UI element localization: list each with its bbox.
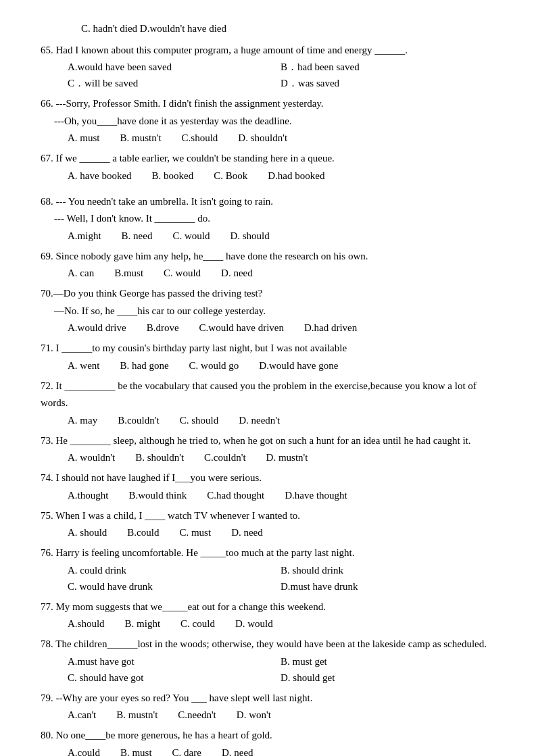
question-top: C. hadn't died D.wouldn't have died: [41, 20, 493, 38]
q65-c: C．will be saved: [68, 75, 281, 91]
q75-c: C. must: [179, 524, 211, 540]
q66-options: A. must B. mustn't C.should D. shouldn't: [68, 130, 493, 146]
q72-c: C. should: [180, 412, 219, 428]
q68-d: D. should: [230, 228, 269, 244]
q70-text2: —No. If so, he ____his car to our colleg…: [54, 303, 493, 320]
q73-a: A. wouldn't: [68, 449, 115, 465]
q65-options: A.would have been saved B．had been saved…: [68, 59, 493, 91]
q73-text: 73. He ________ sleep, although he tried…: [41, 432, 493, 450]
q67-d: D.had booked: [268, 168, 324, 184]
q69-a: A. can: [68, 265, 94, 281]
question-78: 78. The children______lost in the woods;…: [41, 636, 493, 686]
page-content: C. hadn't died D.wouldn't have died 65. …: [41, 20, 493, 756]
q66-d: D. shouldn't: [238, 130, 287, 146]
q72-options: A. may B.couldn't C. should D. needn't: [68, 412, 493, 428]
question-73: 73. He ________ sleep, although he tried…: [41, 432, 493, 466]
q78-c: C. should have got: [68, 670, 281, 686]
q73-options: A. wouldn't B. shouldn't C.couldn't D. m…: [68, 449, 493, 465]
q68-text1: 68. --- You needn't take an umbrella. It…: [41, 193, 493, 211]
q79-d: D. won't: [237, 707, 271, 723]
q74-d: D.have thought: [285, 487, 347, 503]
q65-text: 65. Had I known about this computer prog…: [41, 42, 493, 59]
q77-options: A.should B. might C. could D. would: [68, 615, 493, 632]
q78-options: A.must have got B. must get C. should ha…: [68, 653, 493, 686]
top-options: C. hadn't died D.wouldn't have died: [81, 20, 493, 38]
q79-b: B. mustn't: [116, 707, 157, 723]
q71-d: D.would have gone: [259, 357, 338, 374]
q75-text: 75. When I was a child, I ____ watch TV …: [41, 507, 493, 525]
question-65: 65. Had I known about this computer prog…: [41, 42, 493, 92]
q72-b: B.couldn't: [118, 412, 159, 428]
q65-d: D．was saved: [281, 75, 493, 91]
q71-options: A. went B. had gone C. would go D.would …: [68, 357, 493, 374]
question-80: 80. No one____be more generous, he has a…: [41, 727, 493, 756]
q78-text: 78. The children______lost in the woods;…: [41, 636, 493, 653]
q79-text: 79. --Why are your eyes so red? You ___ …: [41, 690, 493, 707]
q74-options: A.thought B.would think C.had thought D.…: [68, 487, 493, 503]
q80-a: A.could: [68, 745, 100, 757]
question-67: 67. If we ______ a table earlier, we cou…: [41, 150, 493, 184]
q78-d: D. should get: [281, 670, 493, 686]
q74-a: A.thought: [68, 487, 108, 503]
q66-b: B. mustn't: [120, 130, 162, 146]
question-66: 66. ---Sorry, Professor Smith. I didn't …: [41, 95, 493, 146]
q69-d: D. need: [221, 265, 253, 281]
q77-text: 77. My mom suggests that we_____eat out …: [41, 599, 493, 616]
question-71: 71. I ______to my cousin's birthday part…: [41, 340, 493, 374]
question-68: 68. --- You needn't take an umbrella. It…: [41, 193, 493, 244]
q76-text: 76. Harry is feeling uncomfortable. He _…: [41, 545, 493, 562]
q76-a: A. could drink: [68, 562, 281, 578]
q79-options: A.can't B. mustn't C.needn't D. won't: [68, 707, 493, 723]
q80-d: D. need: [222, 745, 253, 757]
q80-text: 80. No one____be more generous, he has a…: [41, 727, 493, 745]
question-74: 74. I should not have laughed if I___you…: [41, 470, 493, 503]
q77-c: C. could: [180, 615, 215, 632]
q69-text: 69. Since nobody gave him any help, he__…: [41, 248, 493, 266]
q79-a: A.can't: [68, 707, 96, 723]
q72-a: A. may: [68, 412, 97, 428]
q65-a: A.would have been saved: [68, 59, 281, 75]
q80-options: A.could B. must C. dare D. need: [68, 745, 493, 757]
q77-a: A.should: [68, 615, 105, 632]
question-70: 70.—Do you think George has passed the d…: [41, 285, 493, 336]
q75-a: A. should: [68, 524, 107, 540]
q76-d: D.must have drunk: [281, 578, 493, 595]
q66-text1: 66. ---Sorry, Professor Smith. I didn't …: [41, 95, 493, 113]
q67-options: A. have booked B. booked C. Book D.had b…: [68, 168, 493, 184]
question-77: 77. My mom suggests that we_____eat out …: [41, 599, 493, 632]
q68-a: A.might: [68, 228, 101, 244]
q73-d: D. mustn't: [266, 449, 308, 465]
q65-b: B．had been saved: [281, 59, 493, 75]
q73-c: C.couldn't: [204, 449, 245, 465]
question-75: 75. When I was a child, I ____ watch TV …: [41, 507, 493, 541]
question-69: 69. Since nobody gave him any help, he__…: [41, 248, 493, 282]
q73-b: B. shouldn't: [135, 449, 184, 465]
q66-text2: ---Oh, you____have done it as yesterday …: [54, 113, 493, 130]
q77-b: B. might: [125, 615, 161, 632]
q75-d: D. need: [231, 524, 263, 540]
q74-text: 74. I should not have laughed if I___you…: [41, 470, 493, 487]
q70-b: B.drove: [147, 320, 179, 336]
q77-d: D. would: [235, 615, 273, 632]
q71-b: B. had gone: [120, 357, 169, 374]
q70-d: D.had driven: [304, 320, 357, 336]
q72-text: 72. It __________ be the vocabulary that…: [41, 378, 493, 412]
q76-c: C. would have drunk: [68, 578, 281, 595]
q67-b: B. booked: [152, 168, 194, 184]
q70-options: A.would drive B.drove C.would have drive…: [68, 320, 493, 336]
q70-a: A.would drive: [68, 320, 126, 336]
q68-c: C. would: [172, 228, 210, 244]
q72-d: D. needn't: [239, 412, 280, 428]
q69-c: C. would: [164, 265, 201, 281]
q70-text1: 70.—Do you think George has passed the d…: [41, 285, 493, 303]
q80-b: B. must: [120, 745, 152, 757]
q67-text: 67. If we ______ a table earlier, we cou…: [41, 150, 493, 168]
q69-b: B.must: [114, 265, 143, 281]
q66-a: A. must: [68, 130, 100, 146]
q67-c: C. Book: [214, 168, 247, 184]
q80-c: C. dare: [172, 745, 201, 757]
question-76: 76. Harry is feeling uncomfortable. He _…: [41, 545, 493, 595]
q69-options: A. can B.must C. would D. need: [68, 265, 493, 281]
q74-c: C.had thought: [207, 487, 264, 503]
question-79: 79. --Why are your eyes so red? You ___ …: [41, 690, 493, 724]
